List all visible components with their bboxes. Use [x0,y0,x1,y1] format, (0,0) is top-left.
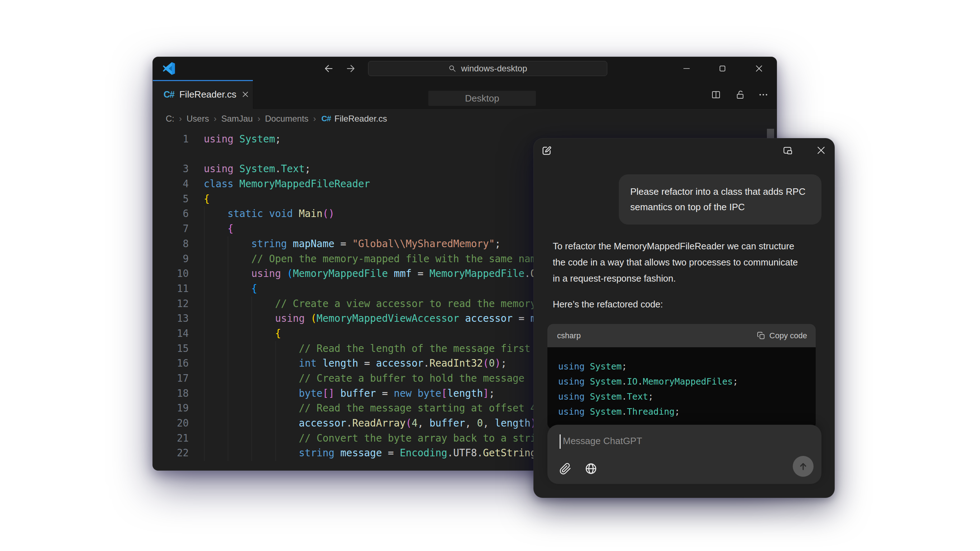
maximize-button[interactable] [715,62,730,75]
breadcrumb-item[interactable]: C: [166,114,174,124]
code-token: . [346,417,352,429]
code-token: byte [299,387,323,399]
breadcrumb-separator: › [258,114,261,124]
line-number: 12 [153,296,189,311]
user-message-bubble: Please refactor into a class that adds R… [619,174,821,225]
tab-close-icon[interactable] [242,91,249,98]
code-token [293,208,299,219]
code-token: Text [627,391,648,402]
breadcrumb-separator: › [214,114,217,124]
code-token: // Open the memory-mapped file with the … [251,253,542,264]
code-token: ; [675,406,680,417]
chat-code-line: using System.Text; [558,389,805,404]
code-token: ; [305,163,311,174]
editor-gutter: 1345678910111213141516171819202122 [153,132,189,460]
command-center-search[interactable]: windows-desktop [368,61,607,76]
code-token: ReadInt32 [430,357,483,369]
code-token: = [382,447,400,459]
code-token: void [269,208,293,219]
send-button[interactable] [793,456,813,477]
code-token [204,342,299,354]
code-token [204,208,228,219]
code-token [204,373,299,384]
code-token: "Global\\MySharedMemory" [352,238,495,249]
code-token: ; [501,357,507,369]
code-token [204,253,251,264]
code-token: int [299,357,317,369]
code-token: ( [311,312,317,324]
split-editor-icon[interactable] [710,89,722,101]
code-token [204,223,228,234]
code-token [287,238,293,249]
code-token: string [299,447,334,459]
line-number: 14 [153,326,189,341]
close-window-button[interactable] [752,62,766,75]
code-token: = [376,387,394,399]
copy-code-button[interactable]: Copy code [757,331,807,341]
minimize-button[interactable] [679,62,694,75]
code-token: System [239,133,275,145]
code-token [334,387,340,399]
desktop-background: windows-desktop C# FileReader.cs Desktop [0,0,980,551]
code-token: accessor [376,357,423,369]
code-token: mapName [293,238,334,249]
code-token: System [239,163,275,174]
more-actions-icon[interactable] [757,89,770,101]
chat-composer[interactable]: Message ChatGPT [547,425,821,484]
new-chat-compose-icon[interactable] [539,143,554,158]
code-token: static [228,208,263,219]
breadcrumb-file[interactable]: FileReader.cs [334,114,387,124]
code-token [204,298,275,309]
breadcrumb-separator: › [179,114,182,124]
line-number: 8 [153,236,189,252]
code-token: { [251,283,257,294]
line-number: 3 [153,161,189,177]
breadcrumb-item[interactable]: SamJau [221,114,253,124]
code-token [585,391,590,402]
code-token [234,133,240,145]
code-token: using [204,163,234,174]
code-token: Main [299,208,323,219]
unlock-icon[interactable] [734,89,747,101]
code-token: MemoryMappedFiles [643,376,733,387]
code-token: GetString [483,447,536,459]
line-number: 16 [153,356,189,371]
code-token: ] [483,387,489,399]
line-number: 1 [153,132,189,147]
breadcrumb-items: C:›Users›SamJau›Documents› [166,114,321,124]
response-paragraph: To refactor the MemoryMappedFileReader w… [553,238,804,287]
forward-arrow-icon[interactable] [344,63,356,74]
code-token [204,238,251,249]
code-token: ; [275,133,281,145]
code-token: ( [287,268,293,279]
code-token: () [323,208,334,219]
breadcrumb: C:›Users›SamJau›Documents› C# FileReader… [153,109,776,129]
code-token: MemoryMappedFile [430,268,525,279]
assistant-response: To refactor the MemoryMappedFileReader w… [553,238,804,312]
popout-window-icon[interactable] [781,144,794,157]
line-number [153,147,189,162]
code-token: ; [489,387,495,399]
code-token: 0 [489,357,495,369]
code-token: . [525,268,531,279]
tab-label: FileReader.cs [179,89,236,100]
tab-filereader[interactable]: C# FileReader.cs [153,80,253,109]
search-icon [448,64,457,73]
code-token [204,283,251,294]
line-number: 18 [153,386,189,401]
chat-code-line: using System; [558,359,805,374]
code-token: = [412,268,430,279]
vscode-logo-icon [162,62,176,75]
code-token: { [275,328,281,339]
attach-paperclip-icon[interactable] [557,461,573,477]
code-token: ) [495,357,501,369]
close-panel-icon[interactable] [814,143,828,157]
breadcrumb-item[interactable]: Documents [265,114,309,124]
back-arrow-icon[interactable] [323,63,335,74]
chatgpt-panel: Please refactor into a class that adds R… [533,138,835,498]
breadcrumb-item[interactable]: Users [186,114,209,124]
web-search-globe-icon[interactable] [582,460,599,477]
code-token [204,387,299,399]
search-text: windows-desktop [461,64,527,73]
code-token [204,432,299,444]
